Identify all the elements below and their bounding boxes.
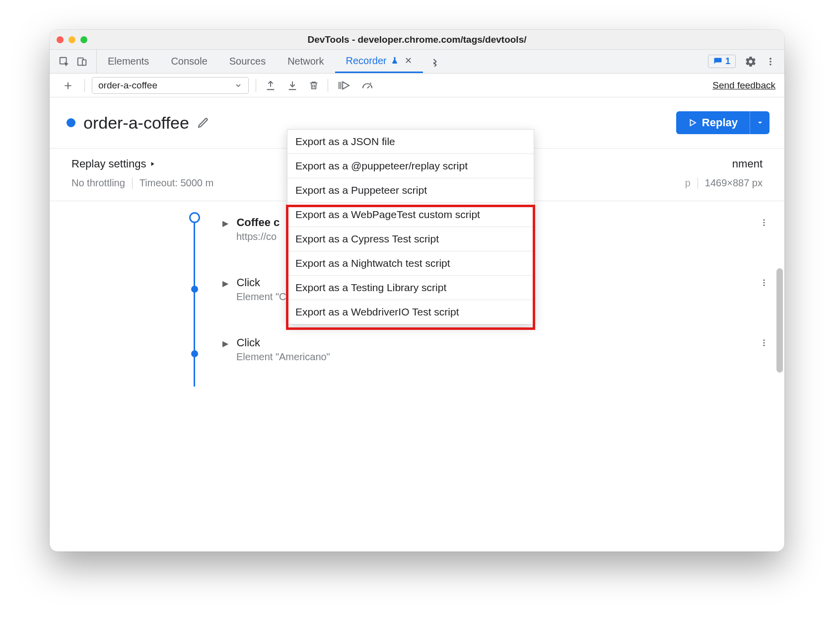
experiment-icon — [391, 56, 399, 65]
recording-status-dot-icon — [67, 118, 75, 127]
timeline-line — [194, 218, 195, 387]
svg-point-14 — [764, 345, 765, 346]
step-more-icon[interactable] — [760, 217, 769, 228]
replay-settings-label: Replay settings — [71, 157, 146, 170]
export-menu-item[interactable]: Export as a WebdriverIO Test script — [287, 300, 534, 324]
recording-select-value: order-a-coffee — [98, 80, 157, 91]
separator — [256, 79, 256, 92]
issues-button[interactable]: 1 — [708, 55, 736, 68]
svg-point-5 — [770, 64, 771, 66]
svg-point-8 — [764, 225, 765, 226]
settings-icon[interactable] — [745, 56, 757, 68]
titlebar: DevTools - developer.chrome.com/tags/dev… — [50, 30, 784, 50]
viewport-truncated: p — [685, 177, 691, 189]
edit-name-icon[interactable] — [197, 117, 209, 129]
tab-label: Elements — [108, 56, 149, 67]
export-menu-item[interactable]: Export as a Nightwatch test script — [287, 251, 534, 276]
replay-settings-toggle[interactable]: Replay settings — [71, 157, 156, 170]
inspect-element-icon[interactable] — [59, 56, 70, 67]
devtools-tabstrip: Elements Console Sources Network Recorde… — [50, 50, 784, 74]
step-title: Click — [236, 276, 260, 289]
tab-label: Network — [287, 56, 324, 67]
window-title: DevTools - developer.chrome.com/tags/dev… — [50, 34, 784, 45]
close-window-button[interactable] — [57, 36, 64, 43]
replay-button-group: Replay — [676, 111, 770, 134]
kebab-menu-icon[interactable] — [766, 56, 775, 68]
tab-recorder[interactable]: Recorder ✕ — [335, 50, 423, 73]
step-subtitle: Element "Americano" — [236, 351, 771, 363]
zoom-window-button[interactable] — [80, 36, 87, 43]
timeline-node-icon — [191, 286, 198, 293]
import-icon[interactable] — [285, 78, 300, 93]
caret-right-icon: ▶ — [222, 279, 228, 288]
caret-right-icon: ▶ — [222, 219, 228, 228]
recording-select[interactable]: order-a-coffee — [92, 77, 249, 94]
replay-speed-icon[interactable] — [359, 78, 376, 93]
svg-point-10 — [764, 282, 765, 284]
export-menu-item[interactable]: Export as a Puppeteer script — [287, 178, 534, 203]
timeline-node-icon — [191, 350, 198, 357]
step-title: Click — [236, 336, 260, 349]
scrollbar-thumb[interactable] — [776, 268, 783, 373]
more-tabs-button[interactable] — [423, 50, 447, 73]
tab-elements[interactable]: Elements — [97, 50, 160, 73]
export-menu: Export as a JSON file Export as a @puppe… — [287, 129, 534, 324]
minimize-window-button[interactable] — [69, 36, 75, 43]
new-recording-button[interactable]: ＋ — [59, 77, 77, 94]
svg-point-4 — [770, 61, 771, 63]
svg-point-9 — [764, 279, 765, 281]
svg-point-3 — [770, 58, 771, 60]
export-menu-item[interactable]: Export as a WebPageTest custom script — [287, 203, 534, 227]
export-menu-item[interactable]: Export as a Testing Library script — [287, 276, 534, 300]
svg-rect-2 — [82, 60, 86, 65]
send-feedback-link[interactable]: Send feedback — [712, 80, 775, 91]
export-menu-item[interactable]: Export as a Cypress Test script — [287, 227, 534, 251]
separator — [328, 79, 328, 92]
recording-name: order-a-coffee — [83, 113, 189, 133]
step-item[interactable]: ▶ Click Element "Americano" — [222, 334, 771, 387]
tab-console[interactable]: Console — [160, 50, 218, 73]
export-menu-item[interactable]: Export as a JSON file — [287, 130, 534, 154]
svg-point-6 — [764, 219, 765, 221]
svg-point-11 — [764, 285, 765, 286]
tab-label: Console — [171, 56, 207, 67]
device-toolbar-icon[interactable] — [76, 56, 87, 67]
tab-network[interactable]: Network — [277, 50, 335, 73]
export-menu-item[interactable]: Export as a @puppeteer/replay script — [287, 154, 534, 178]
devtools-window: DevTools - developer.chrome.com/tags/dev… — [50, 30, 784, 551]
separator — [132, 178, 133, 189]
environment-label-truncated: nment — [732, 157, 763, 170]
issues-count: 1 — [725, 56, 730, 67]
timeout-value[interactable]: Timeout: 5000 m — [140, 177, 213, 189]
close-tab-icon[interactable]: ✕ — [405, 55, 412, 66]
separator — [84, 79, 85, 92]
timeline-start-icon — [189, 212, 200, 223]
step-more-icon[interactable] — [760, 277, 769, 288]
export-icon[interactable] — [263, 78, 278, 93]
svg-point-12 — [764, 339, 765, 341]
viewport-size: 1469×887 px — [705, 177, 763, 189]
replay-button[interactable]: Replay — [676, 111, 750, 134]
separator — [698, 178, 698, 189]
step-through-icon[interactable] — [335, 78, 352, 93]
svg-point-13 — [764, 342, 765, 344]
chevron-down-icon — [234, 81, 242, 89]
delete-icon[interactable] — [307, 78, 321, 93]
replay-button-label: Replay — [702, 116, 738, 129]
caret-right-icon: ▶ — [222, 339, 228, 348]
tab-label: Recorder — [346, 55, 387, 67]
tab-label: Sources — [229, 56, 266, 67]
svg-point-7 — [764, 222, 765, 224]
recorder-toolbar: ＋ order-a-coffee — [50, 74, 784, 97]
tab-sources[interactable]: Sources — [218, 50, 277, 73]
replay-options-button[interactable] — [750, 111, 770, 134]
step-title: Coffee c — [236, 216, 280, 229]
throttling-value[interactable]: No throttling — [71, 177, 125, 189]
step-more-icon[interactable] — [760, 337, 769, 348]
